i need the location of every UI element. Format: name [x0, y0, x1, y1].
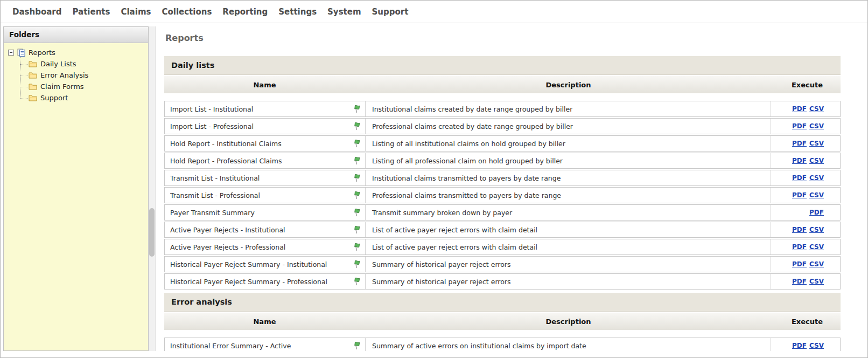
execute-links: PDFCSV — [771, 239, 840, 254]
csv-link[interactable]: CSV — [809, 140, 824, 147]
run-report-flag-icon[interactable] — [353, 191, 361, 199]
report-row-transmit-list-professional: Transmit List - ProfessionalProfessional… — [164, 187, 841, 203]
report-name-cell: Institutional Error Summary - Active — [165, 338, 366, 351]
folder-label: Claim Forms — [40, 82, 84, 91]
csv-link[interactable]: CSV — [809, 122, 824, 130]
run-report-flag-icon[interactable] — [353, 122, 361, 130]
folder-item-claim-forms[interactable]: Claim Forms — [29, 81, 145, 92]
csv-link[interactable]: CSV — [809, 260, 824, 268]
run-report-flag-icon[interactable] — [353, 243, 361, 251]
run-report-flag-icon[interactable] — [353, 174, 361, 182]
report-row-active-payer-rejects-professional: Active Payer Rejects - ProfessionalList … — [164, 239, 841, 255]
report-name: Historical Payer Reject Summary - Instit… — [170, 260, 327, 268]
csv-link[interactable]: CSV — [809, 174, 824, 182]
csv-link[interactable]: CSV — [809, 226, 824, 233]
report-name: Transmit List - Professional — [170, 191, 260, 199]
run-report-flag-icon[interactable] — [353, 341, 361, 350]
top-nav: DashboardPatientsClaimsCollectionsReport… — [1, 1, 867, 23]
pdf-link[interactable]: PDF — [792, 243, 807, 251]
csv-link[interactable]: CSV — [809, 342, 824, 349]
execute-links: PDFCSV — [771, 274, 840, 289]
execute-links: PDFCSV — [771, 257, 840, 272]
report-name: Historical Payer Reject Summary - Profes… — [170, 278, 327, 286]
nav-item-system[interactable]: System — [327, 7, 361, 17]
tree-root-reports[interactable]: Reports — [7, 47, 145, 58]
folder-item-error-analysis[interactable]: Error Analysis — [29, 70, 145, 81]
csv-link[interactable]: CSV — [809, 278, 824, 285]
pdf-link[interactable]: PDF — [792, 191, 807, 199]
nav-item-dashboard[interactable]: Dashboard — [12, 7, 61, 17]
nav-item-claims[interactable]: Claims — [121, 7, 151, 17]
vertical-scrollbar[interactable] — [149, 26, 156, 351]
folders-header: Folders — [4, 27, 148, 43]
content-area: Folders Reports Daily ListsError Analysi… — [1, 23, 867, 357]
report-row-active-payer-rejects-institutional: Active Payer Rejects - InstitutionalList… — [164, 222, 841, 238]
collapse-icon[interactable] — [8, 50, 14, 56]
execute-links: PDFCSV — [771, 153, 840, 168]
report-description: Professional claims transmitted to payer… — [366, 188, 771, 203]
nav-item-settings[interactable]: Settings — [278, 7, 317, 17]
folder-item-daily-lists[interactable]: Daily Lists — [29, 58, 145, 70]
column-header-name: Name — [164, 318, 365, 326]
report-name: Transmit List - Institutional — [170, 174, 260, 182]
report-section-daily-lists: Daily listsNameDescriptionExecuteImport … — [164, 56, 841, 290]
report-name-cell: Import List - Institutional — [165, 101, 366, 116]
report-row-transmit-list-institutional: Transmit List - InstitutionalInstitution… — [164, 170, 841, 186]
report-name: Import List - Professional — [170, 122, 254, 130]
run-report-flag-icon[interactable] — [353, 208, 361, 217]
run-report-flag-icon[interactable] — [353, 277, 361, 286]
execute-links: PDFCSV — [771, 222, 840, 237]
pdf-link[interactable]: PDF — [809, 209, 824, 216]
report-description: Summary of historical payer reject error… — [366, 257, 771, 272]
run-report-flag-icon[interactable] — [353, 156, 361, 165]
scrollbar-thumb[interactable] — [149, 208, 155, 257]
csv-link[interactable]: CSV — [809, 105, 824, 113]
report-name: Active Payer Rejects - Professional — [170, 243, 285, 251]
pdf-link[interactable]: PDF — [792, 105, 807, 113]
report-section-error-analysis: Error analysisNameDescriptionExecuteInst… — [164, 293, 841, 351]
run-report-flag-icon[interactable] — [353, 225, 361, 234]
folder-label: Daily Lists — [40, 60, 76, 68]
column-header-execute: Execute — [772, 81, 841, 89]
report-name: Hold Report - Institutional Claims — [170, 140, 282, 148]
report-name-cell: Active Payer Rejects - Institutional — [165, 222, 366, 237]
pdf-link[interactable]: PDF — [792, 278, 807, 285]
section-title: Daily lists — [164, 56, 841, 75]
pdf-link[interactable]: PDF — [792, 260, 807, 268]
report-description: Listing of all institutional claims on h… — [366, 136, 771, 151]
pdf-link[interactable]: PDF — [792, 226, 807, 233]
csv-link[interactable]: CSV — [809, 157, 824, 164]
report-name: Hold Report - Professional Claims — [170, 157, 282, 165]
nav-item-reporting[interactable]: Reporting — [222, 7, 268, 17]
reports-main: Reports Daily listsNameDescriptionExecut… — [156, 26, 867, 351]
report-name: Import List - Institutional — [170, 105, 253, 113]
report-name: Institutional Error Summary - Active — [170, 342, 291, 350]
run-report-flag-icon[interactable] — [353, 260, 361, 268]
tree-root-label: Reports — [29, 49, 55, 57]
report-row-historical-payer-reject-summary-institutional: Historical Payer Reject Summary - Instit… — [164, 256, 841, 272]
pdf-link[interactable]: PDF — [792, 342, 807, 349]
folder-item-support[interactable]: Support — [29, 92, 145, 104]
folder-label: Error Analysis — [40, 71, 88, 79]
report-row-institutional-error-summary-active: Institutional Error Summary - ActiveSumm… — [164, 338, 841, 351]
csv-link[interactable]: CSV — [809, 191, 824, 199]
pdf-link[interactable]: PDF — [792, 140, 807, 147]
nav-item-collections[interactable]: Collections — [162, 7, 212, 17]
pdf-link[interactable]: PDF — [792, 157, 807, 164]
report-description: Institutional claims transmitted to paye… — [366, 170, 771, 185]
run-report-flag-icon[interactable] — [353, 105, 361, 113]
csv-link[interactable]: CSV — [809, 243, 824, 251]
folder-list: Daily ListsError AnalysisClaim FormsSupp… — [7, 58, 145, 104]
execute-links: PDFCSV — [771, 188, 840, 203]
nav-item-patients[interactable]: Patients — [72, 7, 110, 17]
folder-icon — [29, 60, 37, 67]
pdf-link[interactable]: PDF — [792, 174, 807, 182]
nav-item-support[interactable]: Support — [372, 7, 409, 17]
run-report-flag-icon[interactable] — [353, 139, 361, 148]
report-row-import-list-professional: Import List - ProfessionalProfessional c… — [164, 118, 841, 134]
report-description: Summary of active errors on institutiona… — [366, 338, 771, 351]
pdf-link[interactable]: PDF — [792, 122, 807, 130]
report-name-cell: Payer Transmit Summary — [165, 205, 366, 220]
execute-links: PDF — [771, 205, 840, 220]
report-row-hold-report-institutional-claims: Hold Report - Institutional ClaimsListin… — [164, 135, 841, 152]
